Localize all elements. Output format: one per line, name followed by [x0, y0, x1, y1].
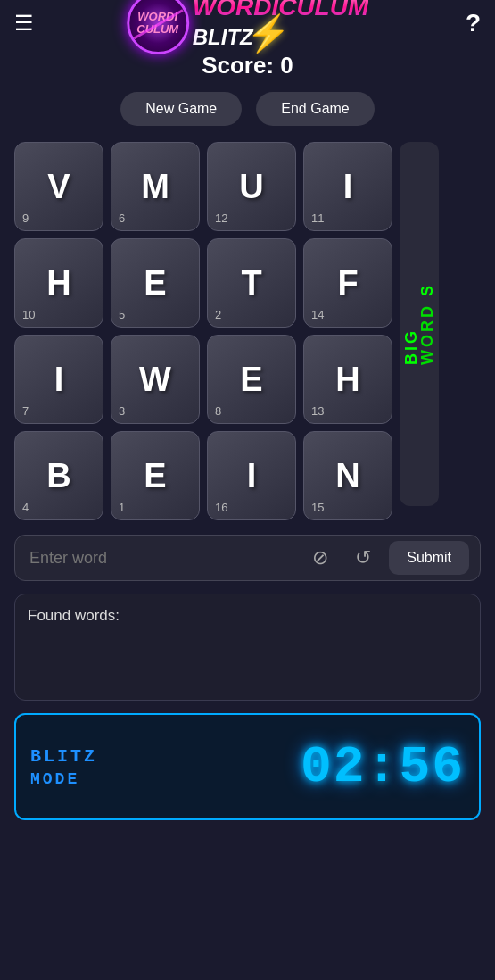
game-buttons-row: New Game End Game [0, 92, 495, 126]
logo-wrapper: WORDICULUM WORDICULUM BLITZ ⚡ [127, 0, 369, 54]
header: ☰ WORDICULUM WORDICULUM BLITZ ⚡ ? [0, 0, 495, 46]
lightning-icon: ⚡ [246, 12, 291, 54]
logo-circle: WORDICULUM [127, 0, 189, 54]
tile-value-8: 7 [22, 404, 29, 418]
refresh-icon[interactable]: ↺ [346, 541, 380, 575]
tile-2[interactable]: U 12 [207, 142, 296, 231]
tile-letter-7: F [337, 264, 358, 303]
tile-value-14: 16 [215, 501, 227, 514]
blitz-area: BLITZ MODE 02:56 [14, 713, 481, 820]
tile-value-10: 8 [215, 404, 221, 418]
found-words-area: Found words: [14, 594, 481, 701]
mode-label: MODE [30, 770, 97, 788]
blitz-label: BLITZ [30, 746, 97, 767]
tile-10[interactable]: E 8 [207, 335, 296, 424]
logo-container: WORDICULUM WORDICULUM BLITZ ⚡ [127, 0, 369, 54]
tile-1[interactable]: M 6 [111, 142, 200, 231]
tile-letter-2: U [239, 168, 263, 206]
tile-value-4: 10 [22, 308, 35, 321]
tile-13[interactable]: E 1 [111, 431, 200, 520]
tile-letter-3: I [343, 168, 353, 206]
tile-value-2: 12 [215, 212, 227, 225]
tile-3[interactable]: I 11 [303, 142, 392, 231]
tile-value-13: 1 [119, 501, 125, 514]
tile-letter-14: I [247, 457, 257, 495]
side-big-text: BIG [402, 328, 420, 365]
word-input[interactable] [26, 542, 294, 575]
blitz-mode-text: BLITZ MODE [30, 746, 97, 788]
tile-letter-15: N [335, 457, 359, 495]
tile-letter-10: E [240, 361, 262, 399]
timer-display: 02:56 [301, 738, 465, 796]
help-icon[interactable]: ? [466, 9, 481, 37]
tile-value-12: 4 [22, 501, 29, 514]
found-words-label: Found words: [28, 607, 467, 625]
tile-value-3: 11 [311, 212, 324, 225]
tile-value-0: 9 [22, 212, 29, 225]
tile-4[interactable]: H 10 [14, 238, 103, 328]
tile-9[interactable]: W 3 [111, 335, 200, 424]
tile-letter-9: W [139, 361, 171, 399]
tile-letter-13: E [144, 457, 166, 495]
grid-area: V 9 M 6 U 12 I 11 H 10 E 5 T 2 F 14 I 7 … [0, 142, 495, 520]
score-display: Score: 0 [0, 52, 495, 79]
tile-14[interactable]: I 16 [207, 431, 296, 520]
tile-letter-1: M [141, 168, 169, 206]
logo-bottom: BLITZ ⚡ [193, 21, 369, 54]
clear-icon[interactable]: ⊘ [303, 541, 337, 575]
tile-5[interactable]: E 5 [111, 238, 200, 328]
side-panel-text: BIG WORD S [403, 283, 435, 365]
new-game-button[interactable]: New Game [120, 92, 242, 126]
tile-letter-8: I [54, 361, 64, 399]
tile-15[interactable]: N 15 [303, 431, 392, 520]
tile-6[interactable]: T 2 [207, 238, 296, 328]
tile-0[interactable]: V 9 [14, 142, 103, 231]
submit-button[interactable]: Submit [389, 541, 469, 575]
tile-grid: V 9 M 6 U 12 I 11 H 10 E 5 T 2 F 14 I 7 … [14, 142, 392, 520]
tile-letter-0: V [47, 168, 70, 206]
tile-value-11: 13 [311, 404, 324, 418]
tile-value-7: 14 [311, 308, 324, 321]
tile-7[interactable]: F 14 [303, 238, 392, 328]
side-panel: BIG WORD S [400, 142, 439, 506]
tile-letter-11: H [335, 361, 359, 399]
logo-text-block: WORDICULUM BLITZ ⚡ [193, 0, 369, 54]
side-s-text: S [418, 283, 436, 296]
tile-value-15: 15 [311, 501, 324, 514]
tile-11[interactable]: H 13 [303, 335, 392, 424]
tile-value-9: 3 [119, 404, 125, 418]
side-word-text: WORD [418, 303, 436, 365]
tile-8[interactable]: I 7 [14, 335, 103, 424]
tile-letter-5: E [144, 264, 166, 303]
tile-letter-12: B [46, 457, 70, 495]
tile-value-6: 2 [215, 308, 221, 321]
tile-12[interactable]: B 4 [14, 431, 103, 520]
end-game-button[interactable]: End Game [256, 92, 374, 126]
word-input-area: ⊘ ↺ Submit [14, 535, 481, 581]
tile-letter-4: H [46, 264, 70, 303]
tile-letter-6: T [241, 264, 261, 303]
menu-icon[interactable]: ☰ [14, 11, 34, 36]
tile-value-5: 5 [119, 308, 125, 321]
tile-value-1: 6 [119, 212, 125, 225]
logo-blitz-text: BLITZ [193, 25, 253, 50]
